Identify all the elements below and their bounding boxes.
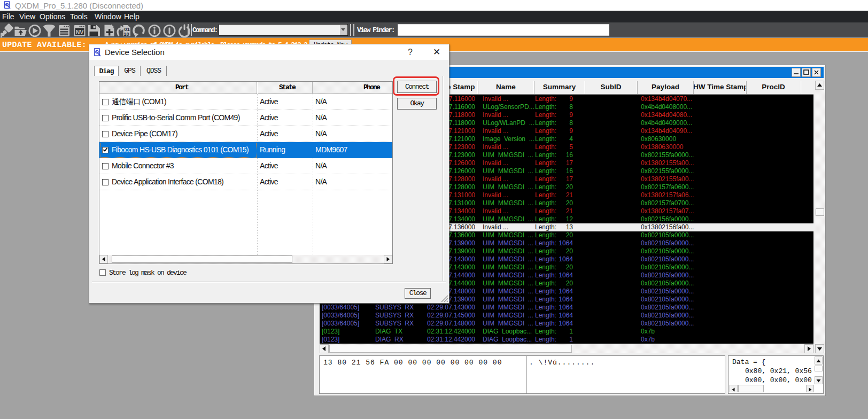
svg-text:10: 10 [123,31,129,37]
svg-text:NV: NV [76,29,84,35]
